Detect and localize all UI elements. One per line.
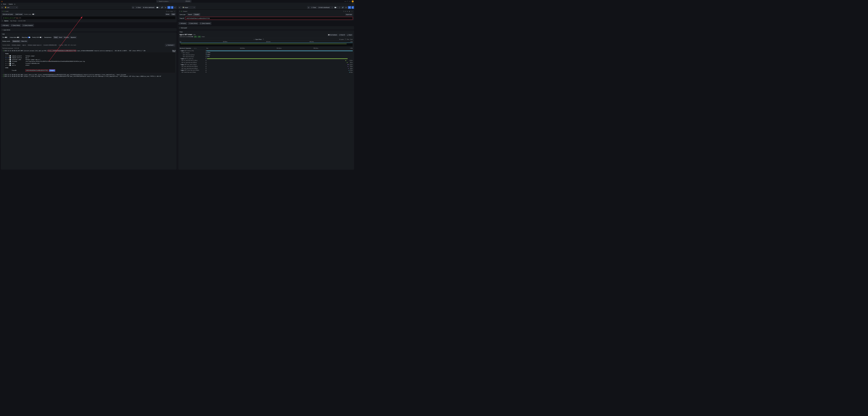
kickstart-button[interactable]: Kick start your query [2,13,14,16]
copy-icon[interactable]: ⧉ [168,11,168,12]
trash-icon[interactable]: 🗑 [172,11,172,12]
run-dropdown[interactable]: ▾ [171,6,173,9]
split-button[interactable]: ◫ [132,6,134,9]
span-row[interactable]: GET /chain http send (133μs) ▤ 133μs [179,71,354,73]
log-line[interactable]: ▾ 2023-12-31 08:08:02,639 INFO [uvicorn.… [2,50,176,52]
newest-first[interactable]: Newest first [12,40,20,42]
qtype-search[interactable]: Search [187,13,193,16]
chevron-down-icon[interactable] [2,11,3,11]
chevron-right-icon[interactable] [180,28,180,28]
collapse-icon[interactable]: ⌃ [352,3,354,5]
time-toggle[interactable] [5,37,8,38]
download-button[interactable]: ⭳ Download ▾ [165,44,175,47]
info-icon[interactable]: ⓘ [263,39,264,40]
menu-icon[interactable]: ≡ [1,3,2,5]
span-row[interactable]: GET / http send (167μs) ▤ 167μs [179,54,354,56]
log-line[interactable]: ▸ 2023-12-31 08:08:02,639 INFO [root] [m… [2,74,176,76]
dedup-signature[interactable]: Signature [70,36,77,38]
traceid-button[interactable]: ⧉ Trace ID [339,34,346,36]
live-button[interactable]: ▷ [174,6,177,9]
info-icon[interactable]: ⓘ [345,39,346,40]
wrap-toggle[interactable] [28,37,30,38]
query-inspector-button[interactable]: ⓘ Query inspector [199,22,212,25]
expand-icon[interactable]: ▸ [2,74,3,76]
chevron-down-icon[interactable] [180,70,181,70]
add-to-dashboard-button[interactable]: ⊞ Add to dashboard [317,6,331,9]
eye-icon[interactable]: 👁 [347,11,348,12]
chevron-down-icon[interactable] [180,58,181,59]
add-query-button[interactable]: + Add query [179,22,187,25]
oldest-first[interactable]: Oldest first [20,40,28,42]
prettify-toggle[interactable] [40,37,42,38]
run-query-button[interactable]: ⟳ [348,6,351,9]
info-icon[interactable]: ⓘ [343,11,344,12]
time-picker[interactable]: 🕘 ▾ [334,6,338,9]
run-dropdown[interactable]: ▾ [352,6,354,9]
field-action-icons[interactable]: ⊕ ⊖ 👁 📊 [5,65,11,66]
import-trace-button[interactable]: Import trace [345,13,353,16]
span-row[interactable]: GET /cpu_task http send (593μs) ▤ 593μs [179,65,354,67]
span-row[interactable]: app-b GET /io_task (1s) ▤ [179,58,354,60]
span-row[interactable]: GET /cpu_task http send (205μs) ▤ 205μs [179,67,354,69]
prev-button[interactable]: Prev [347,39,349,40]
traceid-input[interactable]: b452fd42a922bdc3ce408c02241f7f30 [185,17,353,20]
chevron-down-icon[interactable] [181,53,182,53]
collapse-button[interactable]: ⇤ [1,6,4,9]
add-icon[interactable]: + ▾ [344,1,346,2]
span-row[interactable]: app-c GET /cpu_task (1.63ms) ▤ 1.63ms [179,63,354,65]
zoom-out-button[interactable]: ⊖ [345,6,347,9]
copy-icon[interactable]: ⧉ [345,11,346,12]
query-code-input[interactable]: {compose_service="app-a"} [2,16,176,19]
query-history-button[interactable]: ↺ Query history [188,22,198,25]
expand-all-icon[interactable]: » [196,48,197,49]
close-button[interactable]: ✕ Close [135,6,142,9]
drag-icon[interactable]: ⋮⋮ [174,11,176,12]
explain-toggle[interactable] [32,13,35,15]
info-icon[interactable]: ⓘ [166,11,167,12]
chevron-down-icon[interactable]: ⌄ [192,48,193,49]
zoom-out-button[interactable]: ⊖ [164,6,167,9]
split-button[interactable]: ◫ [307,6,310,9]
breadcrumb-home[interactable]: Home [3,3,6,5]
options-label[interactable]: Options [4,20,9,22]
rss-icon[interactable]: ⋔ [349,1,350,2]
trash-icon[interactable]: 🗑 [349,11,350,12]
span-row[interactable]: GET /io_task http send (387μs) ▤ 387μs [179,62,354,64]
chevron-right-icon[interactable] [2,21,2,21]
chevron-right-icon[interactable] [254,39,254,39]
code-tab[interactable]: Code [171,13,176,16]
span-row[interactable]: GET / http send (57μs) ▤ 57μs [179,56,354,58]
prev-time-button[interactable]: ‹ [331,6,333,9]
time-picker[interactable]: 🕘 ▾ [156,6,160,9]
dedup-exact[interactable]: Exact [58,36,63,38]
chevron-down-icon[interactable] [180,51,181,51]
query-inspector-button[interactable]: ⓘ Query inspector [22,24,34,27]
next-button[interactable]: Next [350,39,353,40]
chevron-down-icon[interactable] [179,11,180,11]
log-line[interactable]: ▸ 2023-12-31 08:08:02,638 INFO [httpx] [… [2,76,176,77]
span-row[interactable]: GET / (511μs) ▤ 511μs [179,52,354,54]
export-button[interactable]: ⭳ Export [346,34,352,36]
feedback-button[interactable]: 💬 Give feedback [327,34,338,36]
close-button[interactable]: ✕ Close [311,6,317,9]
breadcrumb-explore[interactable]: Explore [9,3,13,5]
help-icon[interactable]: ? [347,1,348,2]
chevron-down-icon[interactable] [180,64,181,65]
query-history-button[interactable]: ↺ Query history [10,24,21,27]
span-row[interactable]: app-a GET /chain http send (234μs) ▤ 234… [179,69,354,71]
label-browser-button[interactable]: Label browser [15,13,23,16]
copy-link-button[interactable]: 🔗 [341,6,344,9]
field-action-icons[interactable]: ⊕ ⊖ 👁 📊 [5,59,11,60]
jaeger-link-button[interactable]: Jaeger [49,69,55,72]
span-row[interactable]: app-a GET /chain (1.04s) ▤ [179,50,354,52]
builder-tab[interactable]: Builder [165,13,170,16]
add-query-button[interactable]: + Add query [1,24,9,27]
avatar[interactable] [352,0,354,2]
next-time-button[interactable]: › [338,6,340,9]
field-action-icons[interactable]: ⊕ ⊖ 👁 📊 [5,61,11,62]
datasource-picker[interactable]: Jaeger [182,6,195,9]
expand-icon[interactable]: ▸ [2,76,3,77]
grafana-logo-icon[interactable]: ◔ [1,0,3,2]
expand-icon[interactable]: ▾ [2,50,3,52]
drag-icon[interactable]: ⋮⋮ [351,11,353,12]
